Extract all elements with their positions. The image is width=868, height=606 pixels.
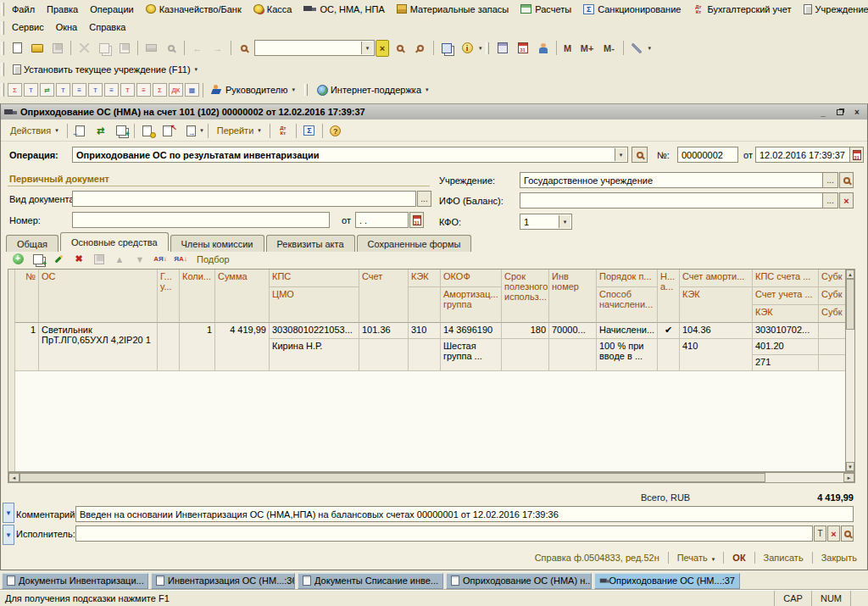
executor-dock-button[interactable]: ▼ <box>3 525 14 545</box>
cell-kps2[interactable]: 303010702...401.20271 <box>753 323 819 371</box>
calendar-button[interactable] <box>514 40 532 57</box>
header-account[interactable]: Счет <box>359 270 409 323</box>
horizontal-scrollbar[interactable]: ◄ ► <box>8 472 855 483</box>
ifo-select-button[interactable]: ... <box>822 192 838 208</box>
resize-grip[interactable] <box>850 591 868 606</box>
cell-num[interactable]: 1 <box>15 323 39 371</box>
post-button[interactable] <box>138 122 157 139</box>
report-icon-1[interactable]: Σ <box>8 83 22 97</box>
institution-select-button[interactable]: ... <box>822 172 838 188</box>
grid-sort-desc-button[interactable]: ЯА↓ <box>171 251 190 268</box>
cell-os[interactable]: Светильник ПрТ.ЛГ0,65УХЛ 4,2IP20 1 <box>39 323 158 371</box>
reports-toolbar-grip[interactable] <box>1 83 4 97</box>
toolbar-grip[interactable] <box>1 42 4 55</box>
cell-subconto[interactable] <box>819 323 845 371</box>
search-input[interactable] <box>259 43 370 53</box>
executor-clear-button[interactable]: × <box>827 525 840 542</box>
settings-button[interactable] <box>627 40 646 57</box>
header-na[interactable]: Н...а... <box>658 270 680 323</box>
menu-settlements[interactable]: Расчеты <box>515 3 578 17</box>
save-record-button[interactable]: Записать <box>760 551 807 564</box>
header-kps[interactable]: КПСЦМО <box>270 270 359 323</box>
menu-help[interactable]: Справка <box>84 20 132 35</box>
tab-general[interactable]: Общая <box>6 235 58 252</box>
undo-button[interactable]: ← <box>188 40 207 57</box>
cell-kek[interactable]: 310 <box>409 323 441 371</box>
grid-copy-button[interactable]: + <box>29 251 47 268</box>
header-amort-account[interactable]: Счет аморти...КЭК <box>680 270 753 323</box>
cell-qty[interactable]: 1 <box>180 323 215 371</box>
report-icon-12[interactable]: ▦ <box>185 83 199 97</box>
cell-useful-life[interactable]: 180 <box>502 323 549 371</box>
menu-cashdesk[interactable]: Касса <box>248 3 299 17</box>
write-button[interactable]: ← <box>71 122 90 139</box>
scroll-up-button[interactable]: ▲ <box>846 270 854 279</box>
menu-treasury[interactable]: Казначейство/Банк <box>141 3 248 17</box>
report-icon-7[interactable]: ≡ <box>104 83 119 97</box>
report-icon-9[interactable]: ≡ <box>136 83 151 97</box>
actions-button[interactable]: Действия▾ <box>4 123 64 138</box>
kfo-dropdown-button[interactable]: ▾ <box>559 215 570 228</box>
taskbar-tab-1[interactable]: Документы Инвентаризаци... <box>2 573 148 589</box>
header-subconto[interactable]: СубкСубкСубк <box>819 270 845 323</box>
memory-add-button[interactable]: M+ <box>577 40 598 57</box>
report-icon-8[interactable]: Т <box>120 83 135 97</box>
doc-datetime-field[interactable]: 12.02.2016 17:39:37 <box>755 147 850 163</box>
menu-institution[interactable]: Учреждение <box>798 3 868 17</box>
taskbar-tab-2[interactable]: Инвентаризация ОС (НМ...:36 <box>151 573 295 589</box>
report-icon-6[interactable]: Т <box>88 83 103 97</box>
report-icon-11[interactable]: ДК <box>169 83 183 97</box>
scroll-down-button[interactable]: ▼ <box>846 462 854 471</box>
institution-open-button[interactable] <box>839 172 854 188</box>
header-os[interactable]: ОС <box>39 270 158 323</box>
print-form-button[interactable]: Печать ▾ <box>674 551 719 564</box>
cell-inventory-number[interactable]: 70000... <box>549 323 597 371</box>
minimize-button[interactable]: _ <box>816 107 830 118</box>
doc-calendar-button[interactable] <box>849 147 864 163</box>
memory-recall-button[interactable]: M <box>560 40 576 57</box>
set-current-institution-button[interactable]: Установить текущее учреждение (F11) ▾ <box>7 62 203 77</box>
scroll-right-button[interactable]: ► <box>843 473 854 482</box>
header-okof[interactable]: ОКОФАмортизац... группа <box>441 270 502 323</box>
header-order[interactable]: Порядок п...Способ начислени... <box>597 270 658 323</box>
menu-edit[interactable]: Правка <box>42 3 85 17</box>
set-institution-dropdown-arrow[interactable]: ▾ <box>195 66 198 73</box>
toolbar-grip-2[interactable] <box>486 42 489 54</box>
primary-calendar-button[interactable] <box>409 212 424 228</box>
grid-end-edit-button[interactable] <box>90 251 108 268</box>
memory-subtract-button[interactable]: M- <box>599 40 620 57</box>
menu-service[interactable]: Сервис <box>7 20 51 35</box>
help-form-button[interactable]: Справка ф.0504833, ред.52н <box>531 551 663 564</box>
grid-edit-button[interactable] <box>49 251 68 268</box>
print-button[interactable] <box>142 40 160 57</box>
tab-act-details[interactable]: Реквизиты акта <box>266 235 355 252</box>
vertical-scrollbar[interactable]: ▲ ▼ <box>845 270 854 471</box>
doc-number-field[interactable]: 00000002 <box>677 147 738 163</box>
ok-button[interactable]: ОК <box>729 551 748 564</box>
institution-field[interactable]: Государственное учреждение <box>520 172 823 188</box>
grid-pick-button[interactable]: Подбор <box>191 252 236 267</box>
grid-sort-asc-button[interactable]: АЯ↓ <box>151 251 170 268</box>
tab-fixed-assets[interactable]: Основные средства <box>60 232 169 251</box>
comment-field[interactable]: Введен на основании Инвентаризация ОС (Н… <box>75 506 854 522</box>
grid-move-up-button[interactable]: ▲ <box>110 251 129 268</box>
copy-button[interactable] <box>95 40 114 57</box>
menubar2-grip[interactable] <box>1 21 4 35</box>
open-button[interactable] <box>28 40 47 57</box>
cell-sum[interactable]: 4 419,99 <box>215 323 270 371</box>
taskbar-tab-5-active[interactable]: Оприходование ОС (НМ...:37 <box>594 573 740 589</box>
primary-date-field[interactable]: . . <box>355 212 409 228</box>
report-icon-3[interactable]: ⇄ <box>40 83 54 97</box>
kfo-combobox[interactable]: 1 ▾ <box>520 214 572 230</box>
menu-fixed-assets[interactable]: ОС, НМА, НПА <box>298 3 391 17</box>
report-icon-10[interactable]: Σ <box>153 83 167 97</box>
redo-button[interactable]: → <box>209 40 227 57</box>
help-button[interactable] <box>326 122 345 139</box>
report-icon-2[interactable]: Т <box>24 83 38 97</box>
cell-okof[interactable]: 14 3696190Шестая группа ... <box>441 323 502 371</box>
close-button[interactable]: × <box>850 107 864 118</box>
menu-operations[interactable]: Операции <box>85 3 140 17</box>
output-button[interactable]: →▾ <box>179 122 204 139</box>
dtkt-button[interactable] <box>274 122 292 139</box>
document-titlebar[interactable]: Оприходование ОС (НМА) на счет 101 (102)… <box>1 104 867 120</box>
